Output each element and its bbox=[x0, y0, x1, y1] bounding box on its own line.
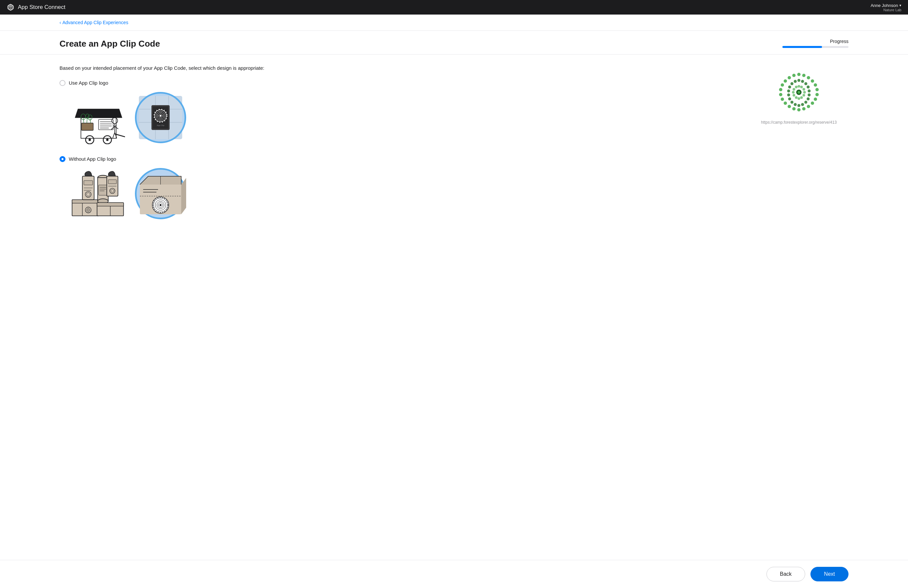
svg-point-105 bbox=[801, 80, 804, 83]
breadcrumb-label: Advanced App Clip Experiences bbox=[63, 20, 128, 25]
market-stall-illustration bbox=[69, 91, 128, 144]
svg-point-120 bbox=[790, 82, 794, 85]
svg-point-99 bbox=[779, 88, 782, 91]
svg-point-9 bbox=[89, 139, 91, 141]
svg-point-130 bbox=[793, 94, 795, 97]
footer: Back Next bbox=[0, 560, 908, 588]
packages-illustration bbox=[69, 168, 128, 220]
illustration-with-logo: App Clip bbox=[69, 91, 729, 144]
svg-point-133 bbox=[795, 85, 798, 88]
svg-point-10 bbox=[106, 139, 108, 141]
illustration-without-logo bbox=[69, 168, 729, 220]
progress-bar-fill bbox=[782, 46, 822, 48]
svg-rect-62 bbox=[108, 180, 116, 184]
chevron-left-icon: ‹ bbox=[60, 20, 61, 25]
next-button[interactable]: Next bbox=[810, 567, 848, 582]
svg-point-125 bbox=[803, 91, 806, 93]
svg-point-131 bbox=[792, 91, 795, 93]
option-with-logo[interactable]: Use App Clip logo bbox=[60, 80, 729, 86]
app-clip-no-logo-code-illustration bbox=[135, 168, 186, 219]
svg-point-111 bbox=[805, 101, 808, 104]
radio-without-logo[interactable] bbox=[60, 156, 66, 162]
svg-point-112 bbox=[801, 103, 804, 106]
svg-rect-67 bbox=[97, 202, 124, 206]
svg-point-115 bbox=[790, 101, 794, 104]
svg-point-101 bbox=[784, 79, 787, 83]
svg-point-86 bbox=[814, 83, 817, 87]
app-title-area: App Store Connect bbox=[6, 3, 66, 11]
left-column: Based on your intended placement of your… bbox=[60, 64, 729, 550]
svg-point-87 bbox=[815, 88, 819, 91]
svg-point-103 bbox=[792, 74, 795, 77]
page-header: Create an App Clip Code Progress bbox=[0, 31, 908, 55]
progress-area: Progress bbox=[782, 39, 848, 48]
svg-point-114 bbox=[794, 103, 797, 106]
svg-marker-0 bbox=[75, 109, 122, 118]
svg-text:App Clip: App Clip bbox=[157, 124, 164, 126]
svg-point-78 bbox=[160, 204, 162, 206]
svg-point-119 bbox=[788, 85, 791, 89]
svg-rect-2 bbox=[98, 119, 113, 130]
svg-point-102 bbox=[788, 76, 791, 79]
svg-point-38 bbox=[160, 115, 162, 117]
option-without-logo-label: Without App Clip logo bbox=[69, 156, 116, 162]
svg-point-97 bbox=[781, 98, 784, 101]
svg-rect-57 bbox=[98, 185, 108, 195]
progress-label: Progress bbox=[782, 39, 848, 44]
radio-with-logo[interactable] bbox=[60, 80, 66, 86]
svg-point-109 bbox=[808, 93, 811, 97]
app-clip-logo-code-illustration: App Clip bbox=[135, 92, 186, 143]
option-with-logo-label: Use App Clip logo bbox=[69, 80, 108, 85]
svg-rect-12 bbox=[81, 123, 93, 130]
app-store-connect-icon bbox=[6, 3, 14, 11]
svg-point-89 bbox=[814, 98, 817, 101]
svg-point-135 bbox=[798, 91, 800, 93]
svg-point-132 bbox=[793, 88, 795, 90]
qr-code-preview bbox=[763, 71, 835, 118]
back-button[interactable]: Back bbox=[766, 567, 805, 582]
svg-point-98 bbox=[779, 93, 782, 96]
svg-point-84 bbox=[807, 76, 810, 79]
option-without-logo[interactable]: Without App Clip logo bbox=[60, 156, 729, 162]
user-org: Nature Lab bbox=[871, 8, 902, 12]
svg-point-113 bbox=[798, 104, 800, 107]
svg-point-127 bbox=[800, 96, 803, 99]
svg-point-93 bbox=[797, 108, 800, 111]
content-area: Based on your intended placement of your… bbox=[0, 55, 908, 560]
user-name: Anne Johnson ▾ bbox=[871, 3, 902, 8]
svg-point-118 bbox=[787, 90, 790, 93]
page-title: Create an App Clip Code bbox=[60, 39, 160, 49]
right-column: https://camp.forestexplorer.org/reserve/… bbox=[749, 64, 848, 550]
svg-point-107 bbox=[807, 85, 810, 89]
svg-point-90 bbox=[811, 101, 814, 105]
svg-point-128 bbox=[798, 97, 800, 100]
description-text: Based on your intended placement of your… bbox=[60, 64, 729, 72]
svg-point-96 bbox=[784, 101, 787, 105]
app-title: App Store Connect bbox=[18, 4, 66, 11]
breadcrumb-link[interactable]: ‹ Advanced App Clip Experiences bbox=[60, 20, 848, 25]
svg-point-85 bbox=[811, 79, 814, 83]
svg-point-110 bbox=[807, 98, 810, 100]
svg-point-94 bbox=[792, 107, 795, 110]
svg-point-108 bbox=[808, 90, 811, 93]
svg-point-100 bbox=[781, 83, 784, 87]
svg-point-129 bbox=[795, 96, 798, 99]
svg-point-91 bbox=[807, 105, 810, 108]
breadcrumb-bar: ‹ Advanced App Clip Experiences bbox=[0, 14, 908, 31]
qr-url-text: https://camp.forestexplorer.org/reserve/… bbox=[761, 120, 837, 125]
svg-point-92 bbox=[802, 107, 805, 110]
main-container: ‹ Advanced App Clip Experiences Create a… bbox=[0, 14, 908, 588]
svg-point-104 bbox=[798, 79, 800, 82]
svg-rect-49 bbox=[84, 180, 93, 185]
user-area[interactable]: Anne Johnson ▾ Nature Lab bbox=[871, 3, 902, 12]
svg-point-123 bbox=[800, 85, 803, 88]
progress-bar-track bbox=[782, 46, 848, 48]
svg-point-126 bbox=[803, 94, 805, 97]
qr-preview: https://camp.forestexplorer.org/reserve/… bbox=[761, 71, 837, 125]
svg-point-124 bbox=[803, 88, 805, 90]
svg-point-116 bbox=[788, 98, 791, 100]
svg-point-121 bbox=[794, 80, 797, 83]
svg-point-106 bbox=[805, 82, 808, 85]
svg-point-83 bbox=[802, 74, 805, 77]
svg-point-117 bbox=[787, 93, 790, 97]
